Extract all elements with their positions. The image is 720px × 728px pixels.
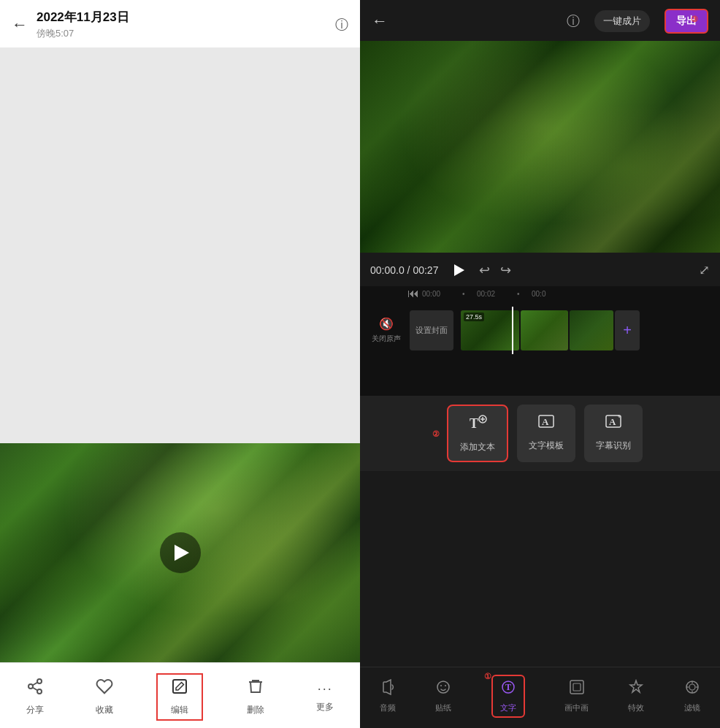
trash-icon	[247, 678, 264, 700]
ruler-mark-4: 00:0	[532, 290, 572, 298]
track-area: 🔇 关闭原声 设置封面 27.5s +	[360, 301, 720, 359]
ruler-mark-2: 00:02	[477, 290, 517, 298]
svg-point-0	[37, 679, 42, 683]
add-text-label: 添加文本	[460, 441, 495, 453]
text-tools-bar: ② T 添加文本 A 文字模板	[360, 396, 720, 471]
svg-point-15	[440, 685, 442, 686]
subtitle-icon: A	[604, 412, 623, 435]
export-wrapper: 导出 ③	[665, 9, 708, 34]
svg-line-3	[32, 688, 37, 691]
header-info: 2022年11月23日 傍晚5:07	[37, 9, 326, 40]
timeline-play-button[interactable]	[448, 260, 469, 280]
video-clip-1[interactable]: 27.5s	[461, 310, 519, 350]
edit-label: 编辑	[171, 704, 188, 716]
text-template-icon: A	[537, 412, 556, 435]
svg-point-2	[37, 689, 42, 694]
svg-text:T: T	[505, 682, 511, 692]
more-button[interactable]: ··· 更多	[307, 678, 342, 716]
nav-filter[interactable]: 滤镜	[684, 679, 700, 713]
clip-duration: 27.5s	[464, 313, 484, 321]
share-button[interactable]: 分享	[18, 675, 53, 719]
svg-rect-5	[173, 680, 186, 693]
nav-text[interactable]: T 文字	[491, 675, 525, 718]
left-header: ← 2022年11月23日 傍晚5:07 ⓘ	[0, 0, 360, 47]
draw-icon	[569, 679, 585, 699]
nav-sticker[interactable]: 贴纸	[435, 679, 451, 713]
play-triangle-icon	[175, 545, 189, 561]
cover-clip[interactable]: 设置封面	[410, 310, 453, 350]
one-click-button[interactable]: 一键成片	[594, 10, 650, 32]
ruler-mark-0: 00:00	[422, 290, 462, 298]
back-button[interactable]: ←	[12, 15, 28, 34]
left-panel: ← 2022年11月23日 傍晚5:07 ⓘ	[0, 0, 360, 728]
effects-icon	[628, 679, 644, 699]
sticker-label: 贴纸	[435, 702, 451, 713]
right-info-icon[interactable]: ⓘ	[567, 12, 580, 30]
svg-point-1	[28, 684, 33, 689]
filter-icon	[684, 679, 700, 699]
expand-button[interactable]: ⤢	[699, 262, 710, 278]
add-clip-button[interactable]: +	[615, 310, 640, 350]
text-template-label: 文字模板	[529, 440, 564, 452]
mute-icon[interactable]: 🔇	[379, 317, 394, 331]
effects-label: 特效	[628, 702, 644, 713]
undo-button[interactable]: ↩	[479, 262, 490, 278]
share-label: 分享	[26, 704, 44, 716]
ruler-row: ⏮ 00:00 • 00:02 • 00:0	[360, 286, 720, 301]
sticker-icon	[435, 679, 451, 699]
nav-text-wrapper: ① T 文字	[491, 675, 525, 718]
collect-button[interactable]: 收藏	[87, 675, 122, 719]
header-title: 2022年11月23日	[37, 9, 326, 26]
add-text-icon: T	[468, 413, 487, 437]
nav-effects[interactable]: 特效	[628, 679, 644, 713]
nav-draw[interactable]: 画中画	[564, 679, 589, 713]
video-clip-2[interactable]	[521, 310, 568, 350]
edit-button[interactable]: 编辑	[156, 673, 203, 721]
right-header: ← ⓘ 一键成片 导出 ③	[360, 0, 720, 41]
redo-button[interactable]: ↪	[500, 262, 511, 278]
svg-text:T: T	[470, 416, 478, 431]
svg-line-4	[32, 683, 37, 686]
step-1-badge: ①	[484, 672, 491, 681]
right-back-button[interactable]: ←	[372, 12, 388, 31]
time-display: 00:00.0 / 00:27	[370, 264, 438, 276]
export-button[interactable]: 导出	[665, 9, 708, 34]
video-clip-3[interactable]	[570, 310, 613, 350]
step-2-badge: ②	[432, 429, 440, 438]
step-3-badge: ③	[691, 15, 698, 24]
svg-point-14	[437, 681, 449, 693]
plus-icon: +	[623, 322, 632, 339]
ruler-marks: 00:00 • 00:02 • 00:0	[422, 290, 572, 298]
ruler-mark-dot1: •	[462, 290, 477, 298]
current-time: 00:00.0	[370, 264, 405, 276]
cover-label: 设置封面	[415, 325, 448, 336]
more-icon: ···	[318, 681, 333, 697]
nav-audio[interactable]: 音频	[380, 679, 396, 713]
svg-point-16	[445, 685, 446, 686]
add-text-button[interactable]: T 添加文本	[447, 405, 508, 462]
edit-icon	[171, 678, 188, 700]
text-template-button[interactable]: A 文字模板	[517, 405, 575, 462]
subtitle-label: 字幕识别	[596, 440, 631, 452]
heart-icon	[96, 678, 113, 700]
empty-track-area	[360, 359, 720, 396]
right-panel: ← ⓘ 一键成片 导出 ③ 00:00.0 / 00:27 ↩ ↪ ⤢ ⏮ 00…	[360, 0, 720, 728]
total-time: 00:27	[413, 264, 438, 276]
ruler-mark-dot2: •	[517, 290, 532, 298]
right-video-overlay	[360, 41, 720, 253]
delete-button[interactable]: 删除	[238, 675, 273, 719]
collect-label: 收藏	[96, 704, 113, 716]
playhead	[512, 307, 513, 354]
bottom-nav: 音频 贴纸 ① T	[360, 667, 720, 728]
subtitle-button[interactable]: A 字幕识别	[584, 405, 643, 462]
audio-icon	[380, 679, 396, 699]
mute-label: 关闭原声	[372, 334, 401, 344]
draw-label: 画中画	[564, 702, 589, 713]
info-icon[interactable]: ⓘ	[335, 16, 348, 34]
svg-text:A: A	[542, 416, 549, 427]
seek-start-button[interactable]: ⏮	[407, 287, 419, 300]
play-button[interactable]	[160, 532, 201, 573]
text-nav-icon: T	[500, 679, 516, 699]
timeline-play-icon	[454, 264, 464, 276]
video-thumbnail[interactable]	[0, 443, 360, 662]
